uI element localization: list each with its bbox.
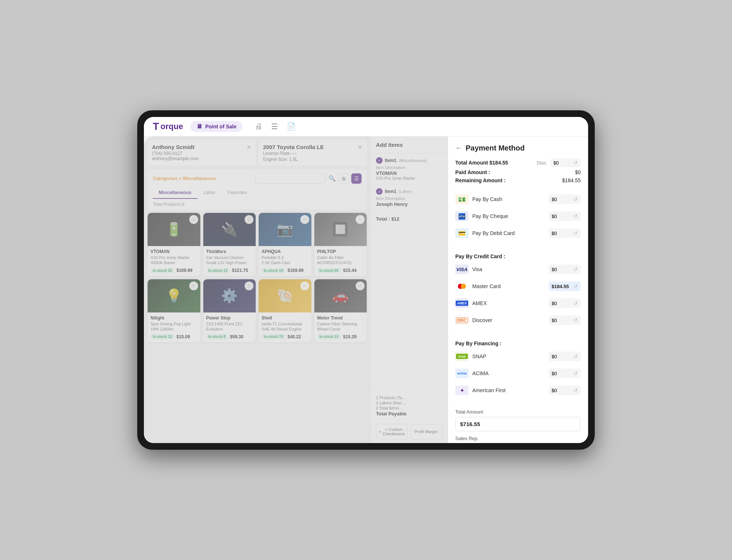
debit-refresh-icon[interactable]: ↺ [573, 230, 578, 236]
search-icon[interactable]: 🔍 [328, 175, 336, 182]
pos-nav-pill[interactable]: 🖥 Point of Sale [190, 121, 242, 132]
tab-favorites[interactable]: Favorites [221, 187, 253, 199]
product-footer-1: In-stock 12 $121.75 [206, 268, 253, 273]
tab-labor[interactable]: Labor [197, 187, 221, 199]
stock-badge-6: In-stock 70 [262, 334, 285, 339]
basic-payment-methods: 💵 Pay By Cash ↺ 🏧 Pay By Cheque [455, 192, 581, 240]
total-amount-section: Total Amount [455, 409, 581, 436]
discover-label: Discover [472, 317, 545, 323]
product-card-6[interactable]: 🐚 ☆ Shell otella T1 ConventionalSAE 40 D… [259, 279, 311, 343]
fav-btn-2[interactable]: ☆ [300, 215, 309, 224]
back-btn[interactable]: ← [455, 144, 462, 152]
product-price-2: $169.99 [287, 268, 303, 273]
product-card-0[interactable]: 🔋 ☆ VTOMAN V10 Pro Jump Starter4500A Sta… [148, 213, 200, 276]
product-desc-6: otella T1 ConventionalSAE 40 Diesel Engi… [262, 321, 308, 332]
product-card-2[interactable]: 📷 ☆ APHQUA Portable 9.32.5K Dash Cam In-… [259, 213, 311, 276]
product-brand-5: Power Stop [206, 315, 253, 321]
snap-refresh-icon[interactable]: ↺ [573, 353, 578, 359]
paid-label: Paid Amount : [455, 169, 490, 175]
mastercard-input[interactable] [552, 284, 572, 289]
product-info-6: Shell otella T1 ConventionalSAE 40 Diese… [259, 312, 311, 343]
fav-btn-0[interactable]: ☆ [189, 215, 198, 224]
acima-input[interactable] [552, 371, 572, 376]
vehicle-engine: Engine Size: 1.8L [263, 157, 324, 162]
snap-input[interactable] [552, 354, 572, 359]
product-img-1: 🔌 ☆ [203, 213, 256, 246]
fav-btn-4[interactable]: ☆ [189, 281, 198, 290]
product-emoji-0: 🔋 [166, 222, 182, 237]
product-img-2: 📷 ☆ [259, 213, 311, 246]
cheque-refresh-icon[interactable]: ↺ [573, 213, 578, 219]
cheque-input[interactable] [552, 214, 572, 219]
stock-badge-5: In-stock 8 [206, 334, 228, 339]
disc-refresh-icon[interactable]: ↺ [573, 160, 578, 166]
cash-refresh-icon[interactable]: ↺ [573, 196, 578, 202]
list-view-btn[interactable]: ☰ [351, 173, 362, 184]
debit-input[interactable] [552, 231, 572, 236]
amex-input[interactable] [552, 301, 572, 306]
american-first-input[interactable] [552, 388, 572, 393]
total-amount-field[interactable] [455, 417, 581, 431]
logo-text: orque [160, 122, 183, 131]
tab-miscellaneous[interactable]: Miscellaneous [153, 187, 197, 199]
acima-refresh-icon[interactable]: ↺ [573, 370, 578, 376]
product-img-6: 🐚 ☆ [259, 279, 311, 312]
cheque-row: 🏧 Pay By Cheque ↺ [455, 209, 581, 223]
payment-panel: ← Payment Method Total Amount $184.55 Di… [448, 136, 588, 443]
disc-input[interactable] [553, 160, 572, 166]
product-card-7[interactable]: 🚗 ☆ Motor Trend Carbon Fiber SteeringWhe… [314, 279, 367, 343]
device-frame: T orque 🖥 Point of Sale 🖨 ☰ 📄 [137, 110, 595, 450]
custom-checkboxes-btn[interactable]: + + Custom Checkboxes [376, 424, 408, 439]
american-first-icon: ✦ [455, 386, 469, 395]
debit-label: Pay By Debit Card [472, 230, 545, 236]
fav-btn-5[interactable]: ☆ [245, 281, 253, 290]
product-card-3[interactable]: 🔲 ☆ PHILTOP Cabin Air FilterACF065(CF114… [314, 213, 367, 276]
list-icon[interactable]: ☰ [270, 121, 279, 132]
amex-refresh-icon[interactable]: ↺ [573, 300, 578, 306]
grid-view-btn[interactable]: ⊞ [339, 173, 349, 184]
document-icon[interactable]: 📄 [285, 121, 297, 132]
product-emoji-1: 🔌 [221, 222, 238, 237]
plus-icon: + [379, 429, 381, 434]
logo-t-icon: T [153, 121, 159, 132]
product-desc-3: Cabin Air FilterACF065(CF11472) [317, 255, 364, 266]
item2-label: Item1 [385, 189, 396, 194]
cash-input[interactable] [552, 197, 572, 202]
visa-input[interactable] [552, 267, 572, 272]
order-total-section: Total : $12 [371, 211, 448, 226]
profit-margin-btn[interactable]: Profit Margin: [411, 424, 442, 439]
acima-row: acima ACIMA ↺ [455, 366, 581, 380]
header-icons: 🖨 ☰ 📄 [253, 121, 297, 132]
visa-refresh-icon[interactable]: ↺ [573, 266, 578, 272]
product-info-2: APHQUA Portable 9.32.5K Dash Cam In-stoc… [259, 246, 311, 276]
fav-btn-1[interactable]: ☆ [245, 215, 253, 224]
visa-input-wrap: ↺ [549, 265, 581, 274]
product-emoji-5: ⚙️ [221, 288, 238, 304]
product-brand-6: Shell [262, 315, 308, 321]
fav-btn-6[interactable]: ☆ [300, 281, 309, 290]
total-payable: Total Payable [376, 411, 442, 416]
customer-close-btn[interactable]: ✕ [246, 144, 251, 151]
total-amount-label: Total Amount $184.55 [455, 160, 508, 166]
snap-row: snap SNAP ↺ [455, 349, 581, 363]
disc-section: Disc. ↺ [537, 158, 581, 167]
vehicle-close-btn[interactable]: ✕ [358, 144, 362, 151]
fav-btn-7[interactable]: ☆ [356, 281, 365, 290]
american-first-refresh-icon[interactable]: ↺ [573, 387, 578, 393]
american-first-row: ✦ American First ↺ [455, 383, 581, 397]
customer-name: Anthony Scmidt [152, 144, 198, 150]
acima-icon: acima [455, 369, 469, 378]
vehicle-section: 2007 Toyota Corolla LE License Plate: — … [259, 140, 367, 166]
search-input[interactable] [255, 173, 325, 184]
product-card-1[interactable]: 🔌 ☆ ThisWorx Car Vacuum CleanerSmall 12V… [203, 213, 256, 276]
discover-refresh-icon[interactable]: ↺ [573, 317, 578, 323]
screen: T orque 🖥 Point of Sale 🖨 ☰ 📄 [144, 117, 588, 443]
product-card-5[interactable]: ⚙️ ☆ Power Stop Z23-1405 Front Z23Evolut… [203, 279, 256, 343]
product-card-4[interactable]: 💡 ☆ Nilight Spot Driving Fog Light18W 12… [148, 279, 200, 343]
print-icon[interactable]: 🖨 [253, 121, 264, 132]
fav-btn-3[interactable]: ☆ [356, 215, 365, 224]
discover-input[interactable] [552, 318, 572, 323]
total-products: Total Products:8 [148, 199, 367, 210]
credit-payment-methods: VISA Visa ↺ [455, 262, 581, 327]
mastercard-refresh-icon[interactable]: ↺ [573, 283, 578, 289]
